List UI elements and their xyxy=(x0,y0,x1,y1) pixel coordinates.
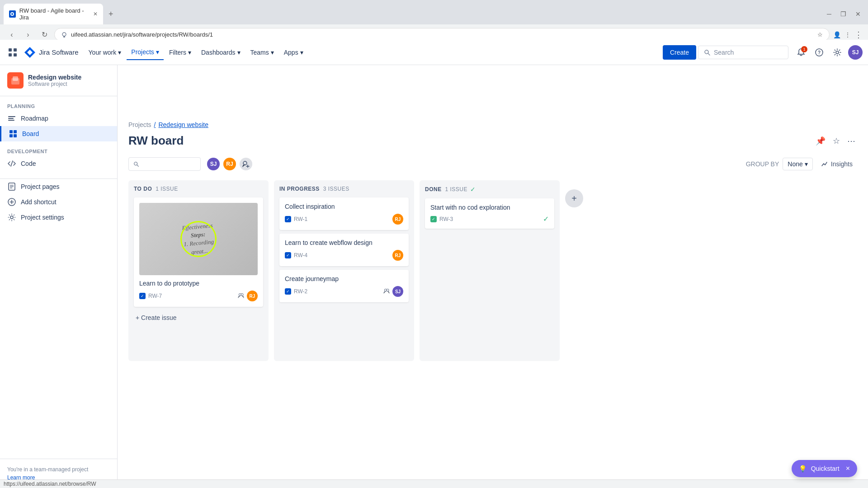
roadmap-label: Roadmap xyxy=(21,115,48,122)
card-rw4[interactable]: Learn to create webflow design ✓ RW-4 RJ xyxy=(279,234,409,266)
project-icon xyxy=(7,72,24,89)
group-by-select[interactable]: None ▾ xyxy=(783,158,812,170)
nav-projects[interactable]: Projects ▾ xyxy=(127,45,164,60)
sidebar-project-header[interactable]: Redesign website Software project xyxy=(0,65,117,96)
roadmap-icon xyxy=(7,114,16,122)
card-assignee-rw2[interactable]: SJ xyxy=(392,286,403,297)
card-checkbox-rw4[interactable]: ✓ xyxy=(285,252,291,258)
board-search-input[interactable] xyxy=(142,160,196,168)
nav-dashboards[interactable]: Dashboards ▾ xyxy=(197,45,245,60)
back-button[interactable]: ‹ xyxy=(5,28,18,41)
apps-grid-button[interactable] xyxy=(5,45,20,60)
project-name: Redesign website xyxy=(28,74,110,81)
page-title: RW board xyxy=(128,134,184,148)
breadcrumb-project[interactable]: Redesign website xyxy=(158,121,208,128)
pin-button[interactable]: 📌 xyxy=(814,134,827,148)
jira-logo: Jira Software xyxy=(24,46,79,59)
user-avatar[interactable]: SJ xyxy=(848,45,863,60)
nav-your-work[interactable]: Your work ▾ xyxy=(84,45,126,60)
add-assignee-button[interactable] xyxy=(239,157,253,171)
extension-icon[interactable]: ⋮ xyxy=(844,31,851,38)
insights-button[interactable]: Insights xyxy=(816,158,857,170)
tab-title: RW board - Agile board - Jira xyxy=(19,7,90,21)
sidebar-item-add-shortcut[interactable]: Add shortcut xyxy=(0,194,117,210)
svg-rect-17 xyxy=(8,120,14,121)
board: TO DO 1 ISSUE Effectiveness Steps: 1. Re… xyxy=(128,180,857,361)
more-actions-button[interactable]: ⋯ xyxy=(845,134,857,148)
card-assignee-rw1[interactable]: RJ xyxy=(392,214,403,225)
teams-chevron: ▾ xyxy=(271,49,274,56)
card-checkbox-rw7[interactable]: ✓ xyxy=(139,293,146,299)
card-checkbox-rw1[interactable]: ✓ xyxy=(285,216,291,222)
team-managed-msg: You're in a team-managed project xyxy=(7,466,110,473)
project-type: Software project xyxy=(28,81,110,87)
sidebar-item-project-settings[interactable]: Project settings xyxy=(0,210,117,225)
nav-teams[interactable]: Teams ▾ xyxy=(246,45,278,60)
nav-apps[interactable]: Apps ▾ xyxy=(279,45,308,60)
sidebar-item-roadmap[interactable]: Roadmap xyxy=(0,111,117,126)
card-checkbox-rw2[interactable]: ✓ xyxy=(285,288,291,295)
card-issue-id-rw2: RW-2 xyxy=(294,288,307,295)
insights-chart-icon xyxy=(821,160,828,168)
svg-rect-21 xyxy=(14,134,17,137)
code-icon xyxy=(7,160,16,168)
minimize-button[interactable]: ─ xyxy=(823,9,835,19)
card-rw7[interactable]: Effectiveness Steps: 1. Recordinggreat..… xyxy=(134,197,263,307)
notifications-button[interactable]: 1 xyxy=(794,45,808,60)
forward-button[interactable]: › xyxy=(22,28,34,41)
lock-icon xyxy=(61,32,67,38)
close-tab-button[interactable]: ✕ xyxy=(93,11,98,17)
bookmark-icon[interactable]: ☆ xyxy=(817,31,823,38)
sidebar-item-project-pages[interactable]: Project pages xyxy=(0,179,117,194)
card-assignee-rw4[interactable]: RJ xyxy=(392,250,403,261)
column-todo-header: TO DO 1 ISSUE xyxy=(134,186,263,192)
svg-text:?: ? xyxy=(818,50,821,55)
sidebar-item-board[interactable]: Board xyxy=(0,126,117,141)
breadcrumb-projects[interactable]: Projects xyxy=(128,121,151,128)
reload-button[interactable]: ↻ xyxy=(38,28,51,41)
board-search[interactable] xyxy=(128,157,201,171)
column-inprogress: IN PROGRESS 3 ISSUES Collect inspiration… xyxy=(274,180,414,361)
assignee-avatar-sj[interactable]: SJ xyxy=(206,157,221,171)
card-image-circle xyxy=(180,221,217,257)
sidebar-item-code[interactable]: Code xyxy=(0,156,117,171)
board-icon xyxy=(9,130,18,138)
svg-point-2 xyxy=(62,33,66,36)
card-rw1[interactable]: Collect inspiration ✓ RW-1 RJ xyxy=(279,197,409,230)
new-tab-button[interactable]: + xyxy=(105,8,117,21)
active-tab[interactable]: RW board - Agile board - Jira ✕ xyxy=(4,4,103,24)
search-bar[interactable]: Search xyxy=(698,46,788,59)
add-column-button[interactable]: + xyxy=(565,189,583,207)
svg-rect-19 xyxy=(14,130,17,133)
restore-button[interactable]: ❐ xyxy=(837,9,850,19)
quickstart-widget[interactable]: 💡 Quickstart × xyxy=(792,460,857,477)
card-assignee-rw7[interactable]: RJ xyxy=(247,291,258,301)
card-title-rw3: Start with no cod exploration xyxy=(430,204,549,211)
your-work-label: Your work xyxy=(89,49,117,56)
star-button[interactable]: ☆ xyxy=(831,134,842,148)
card-rw3[interactable]: Start with no cod exploration ✓ RW-3 ✓ xyxy=(425,198,554,229)
nav-icons: 1 ? SJ xyxy=(794,45,863,60)
column-done: DONE 1 ISSUE ✓ Start with no cod explora… xyxy=(420,180,560,361)
column-done-header: DONE 1 ISSUE ✓ xyxy=(425,186,554,193)
more-options-icon[interactable]: ⋮ xyxy=(854,30,863,40)
create-button[interactable]: Create xyxy=(663,45,696,60)
svg-point-30 xyxy=(10,216,13,219)
close-window-button[interactable]: ✕ xyxy=(852,9,864,19)
svg-rect-15 xyxy=(8,116,15,117)
browser-actions: 👤 ⋮ ⋮ xyxy=(833,30,863,40)
svg-point-1 xyxy=(11,13,13,15)
breadcrumb: Projects / Redesign website xyxy=(128,121,857,128)
create-issue-button-todo[interactable]: + Create issue xyxy=(134,310,263,325)
profile-icon[interactable]: 👤 xyxy=(833,31,841,38)
nav-filters[interactable]: Filters ▾ xyxy=(165,45,196,60)
assignee-avatar-rj[interactable]: RJ xyxy=(222,157,237,171)
page-actions: 📌 ☆ ⋯ xyxy=(814,134,857,148)
card-rw2[interactable]: Create journeymap ✓ RW-2 SJ xyxy=(279,270,409,302)
help-button[interactable]: ? xyxy=(812,45,826,60)
address-bar[interactable]: uifeed.atlassian.net/jira/software/proje… xyxy=(54,28,830,41)
settings-button[interactable] xyxy=(830,45,844,60)
card-checkbox-rw3[interactable]: ✓ xyxy=(430,216,437,222)
quickstart-close-button[interactable]: × xyxy=(844,465,850,473)
nav-items: Your work ▾ Projects ▾ Filters ▾ Dashboa… xyxy=(84,45,308,60)
